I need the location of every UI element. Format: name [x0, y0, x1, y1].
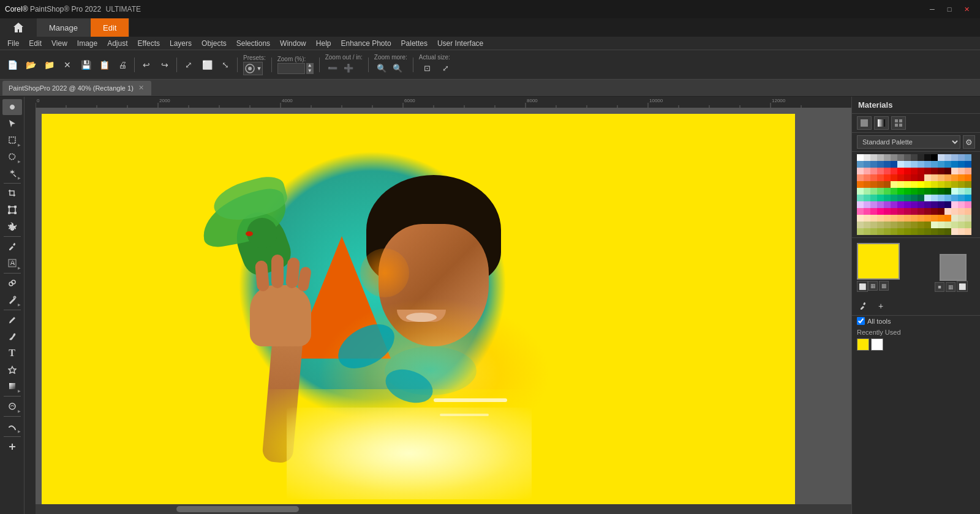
background-color-swatch[interactable] — [940, 254, 967, 281]
color-swatch[interactable] — [931, 208, 938, 215]
color-swatch[interactable] — [857, 174, 864, 181]
color-swatch[interactable] — [924, 222, 931, 228]
color-swatch[interactable] — [857, 154, 864, 161]
color-swatch[interactable] — [918, 222, 924, 228]
tool-perspective[interactable] — [2, 202, 22, 218]
toolbar-save-as[interactable]: 📋 — [96, 56, 113, 73]
color-swatch[interactable] — [877, 161, 884, 168]
color-swatch[interactable] — [877, 208, 884, 215]
color-swatch[interactable] — [884, 154, 891, 161]
color-swatch[interactable] — [951, 222, 958, 228]
color-swatch[interactable] — [951, 228, 958, 235]
preset-selector[interactable]: ▼ — [243, 62, 263, 75]
color-swatch[interactable] — [870, 161, 877, 168]
color-swatch[interactable] — [904, 181, 911, 188]
zoom-out-btn[interactable]: ➖ — [325, 61, 340, 76]
color-swatch[interactable] — [877, 228, 884, 235]
tool-pen[interactable] — [2, 312, 22, 328]
color-swatch[interactable] — [944, 208, 951, 215]
color-swatch[interactable] — [958, 208, 965, 215]
menu-layers[interactable]: Layers — [165, 38, 197, 49]
tool-select-rect[interactable]: ▶ — [2, 132, 22, 148]
color-swatch[interactable] — [931, 201, 938, 208]
color-swatch[interactable] — [904, 168, 911, 174]
toolbar-close[interactable]: ✕ — [59, 56, 76, 73]
zoom-more-in[interactable]: 🔍 — [390, 61, 405, 76]
menu-palettes[interactable]: Palettes — [396, 38, 432, 49]
color-swatch[interactable] — [857, 195, 864, 201]
color-swatch[interactable] — [944, 161, 951, 168]
color-swatch[interactable] — [938, 195, 944, 201]
color-swatch[interactable] — [891, 215, 897, 222]
color-swatch[interactable] — [951, 195, 958, 201]
color-swatch[interactable] — [884, 168, 891, 174]
color-swatch[interactable] — [904, 215, 911, 222]
doc-tab-close[interactable]: ✕ — [138, 84, 144, 92]
color-swatch[interactable] — [918, 228, 924, 235]
color-swatch[interactable] — [924, 195, 931, 201]
color-swatch[interactable] — [870, 195, 877, 201]
color-swatch[interactable] — [924, 208, 931, 215]
color-swatch[interactable] — [897, 181, 904, 188]
color-swatch[interactable] — [944, 201, 951, 208]
color-swatch[interactable] — [924, 228, 931, 235]
color-swatch[interactable] — [965, 222, 971, 228]
color-swatch[interactable] — [870, 154, 877, 161]
color-swatch[interactable] — [918, 188, 924, 195]
color-swatch[interactable] — [918, 195, 924, 201]
toolbar-canvas-size[interactable]: ⬜ — [198, 56, 216, 73]
color-swatch[interactable] — [864, 215, 870, 222]
menu-help[interactable]: Help — [311, 38, 336, 49]
color-swatch[interactable] — [931, 161, 938, 168]
foreground-color-swatch[interactable] — [857, 243, 900, 280]
color-swatch[interactable] — [870, 188, 877, 195]
color-swatch[interactable] — [931, 181, 938, 188]
tool-smudge[interactable]: ▶ — [2, 419, 22, 434]
tool-retouch[interactable]: ▶ — [2, 292, 22, 308]
color-swatch[interactable] — [897, 161, 904, 168]
color-swatch[interactable] — [877, 215, 884, 222]
fg-gradient-btn[interactable]: ▦ — [868, 281, 878, 291]
color-swatch[interactable] — [965, 181, 971, 188]
color-swatch[interactable] — [924, 174, 931, 181]
color-swatch[interactable] — [951, 215, 958, 222]
color-swatch[interactable] — [944, 228, 951, 235]
color-swatch[interactable] — [877, 174, 884, 181]
color-swatch[interactable] — [965, 228, 971, 235]
color-swatch[interactable] — [958, 174, 965, 181]
menu-view[interactable]: View — [47, 38, 72, 49]
color-swatch[interactable] — [904, 201, 911, 208]
color-swatch[interactable] — [951, 174, 958, 181]
color-swatch[interactable] — [918, 168, 924, 174]
tool-magic-wand[interactable]: ▶ — [2, 165, 22, 181]
mat-gradient-btn[interactable] — [874, 116, 889, 130]
color-swatch[interactable] — [891, 195, 897, 201]
color-swatch[interactable] — [877, 154, 884, 161]
color-swatch[interactable] — [884, 222, 891, 228]
color-swatch[interactable] — [911, 154, 918, 161]
color-swatch[interactable] — [931, 215, 938, 222]
tool-eye-dropper[interactable] — [2, 239, 22, 255]
menu-effects[interactable]: Effects — [133, 38, 165, 49]
color-swatch[interactable] — [891, 222, 897, 228]
color-swatch[interactable] — [911, 188, 918, 195]
toolbar-open-folder[interactable]: 📂 — [22, 56, 39, 73]
color-swatch[interactable] — [891, 188, 897, 195]
color-swatch[interactable] — [857, 222, 864, 228]
color-swatch[interactable] — [938, 208, 944, 215]
color-swatch[interactable] — [944, 215, 951, 222]
color-swatch[interactable] — [884, 181, 891, 188]
color-swatch[interactable] — [870, 215, 877, 222]
zoom-more-out[interactable]: 🔍 — [374, 61, 389, 76]
color-swatch[interactable] — [904, 208, 911, 215]
color-swatch[interactable] — [904, 161, 911, 168]
color-swatch[interactable] — [911, 195, 918, 201]
color-swatch[interactable] — [938, 188, 944, 195]
color-swatch[interactable] — [938, 161, 944, 168]
color-swatch[interactable] — [884, 208, 891, 215]
toolbar-print[interactable]: 🖨 — [114, 56, 131, 73]
color-swatch[interactable] — [904, 188, 911, 195]
color-swatch[interactable] — [944, 188, 951, 195]
color-swatch[interactable] — [924, 168, 931, 174]
color-swatch[interactable] — [931, 222, 938, 228]
